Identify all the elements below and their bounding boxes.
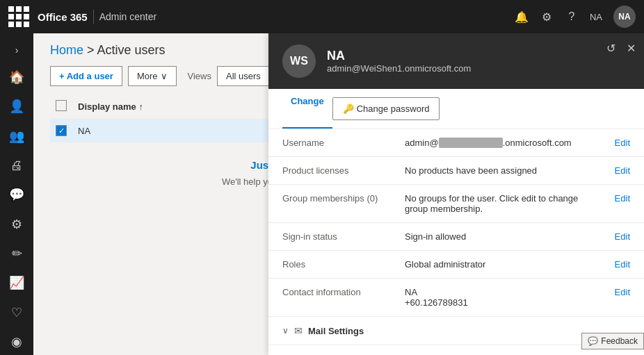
add-user-button[interactable]: + Add a user — [50, 66, 122, 86]
app-launcher-icon[interactable] — [8, 6, 29, 27]
username-prefix: admin@ — [405, 138, 439, 148]
views-dropdown[interactable]: All users — [217, 66, 270, 86]
mail-settings-chevron-icon: ∨ — [282, 326, 289, 336]
topbar-na-label: NA — [590, 12, 602, 22]
signin-status-edit-link[interactable]: Edit — [615, 231, 630, 242]
change-password-button[interactable]: 🔑 Change password — [332, 97, 440, 120]
topbar: Office 365 Admin center 🔔 ⚙ ? NA NA — [0, 0, 644, 33]
roles-value: Global administrator — [405, 259, 604, 270]
panel-user-info: NA admin@WeiShen1.onmicrosoft.com — [327, 49, 471, 74]
topbar-brand: Office 365 Admin center — [38, 10, 156, 24]
username-label: Username — [282, 138, 394, 148]
views-label: Views — [188, 71, 211, 81]
panel-header: WS NA admin@WeiShen1.onmicrosoft.com ↺ ✕ — [268, 33, 644, 89]
panel-close-area: ↺ ✕ — [606, 42, 636, 55]
group-memberships-value: No groups for the user. Click edit to ch… — [405, 193, 604, 214]
signin-status-label: Sign-in status — [282, 231, 394, 242]
panel-refresh-button[interactable]: ↺ — [606, 42, 615, 55]
sidebar-item-billing[interactable]: 🖨 — [3, 152, 31, 179]
more-label: More — [137, 71, 158, 81]
username-value: admin@██████████.onmicrosoft.com — [405, 138, 604, 148]
office365-label: Office 365 — [38, 11, 88, 23]
feedback-button[interactable]: 💬 Feedback — [581, 333, 644, 349]
col-checkbox — [50, 94, 72, 119]
detail-panel: WS NA admin@WeiShen1.onmicrosoft.com ↺ ✕… — [268, 33, 644, 355]
group-memberships-label: Group memberships (0) — [282, 193, 394, 204]
user-avatar[interactable]: NA — [613, 6, 636, 28]
gear-icon[interactable]: ⚙ — [540, 10, 554, 24]
bell-icon[interactable]: 🔔 — [515, 10, 529, 24]
breadcrumb-separator: > — [87, 43, 97, 57]
sidebar-item-reports[interactable]: ✏ — [3, 240, 31, 267]
username-edit-link[interactable]: Edit — [615, 138, 630, 148]
mail-settings-label: Mail Settings — [308, 326, 364, 336]
more-button[interactable]: More ∨ — [128, 66, 177, 86]
breadcrumb-current: Active users — [97, 43, 166, 57]
group-memberships-edit-link[interactable]: Edit — [615, 193, 630, 204]
sidebar: › 🏠 👤 👥 🖨 💬 ⚙ ✏ 📈 ♡ ◉ — [0, 33, 33, 355]
row-checkbox[interactable]: ✓ — [56, 125, 67, 136]
breadcrumb-home[interactable]: Home — [50, 43, 83, 57]
panel-body: Username admin@██████████.onmicrosoft.co… — [268, 129, 644, 355]
roles-row: Roles Global administrator Edit — [268, 251, 644, 279]
panel-user-name: NA — [327, 49, 471, 63]
feedback-icon: 💬 — [588, 336, 598, 346]
topbar-icons: 🔔 ⚙ ? NA NA — [515, 6, 636, 28]
contact-info-label: Contact information — [282, 287, 394, 297]
more-chevron-icon: ∨ — [161, 71, 168, 81]
product-licenses-label: Product licenses — [282, 165, 394, 176]
sidebar-toggle[interactable]: › — [10, 39, 24, 61]
contact-phone: +60.126789831 — [405, 297, 604, 308]
sidebar-item-favorite[interactable]: ♡ — [3, 299, 31, 325]
username-row: Username admin@██████████.onmicrosoft.co… — [268, 129, 644, 157]
product-licenses-row: Product licenses No products have been a… — [268, 157, 644, 185]
product-licenses-edit-link[interactable]: Edit — [615, 165, 630, 176]
topbar-divider — [93, 10, 94, 24]
contact-info-value: NA +60.126789831 — [405, 287, 604, 308]
sidebar-item-admin[interactable]: ◉ — [3, 329, 31, 355]
sort-asc-icon: ↑ — [138, 101, 143, 112]
select-all-checkbox[interactable] — [56, 100, 67, 111]
group-memberships-row: Group memberships (0) No groups for the … — [268, 185, 644, 223]
sidebar-item-home[interactable]: 🏠 — [3, 64, 31, 90]
contact-name: NA — [405, 287, 604, 297]
content-area: Home > Active users + Add a user More ∨ … — [33, 33, 644, 355]
panel-avatar: WS — [282, 44, 316, 78]
mail-settings-envelope-icon: ✉ — [294, 325, 303, 336]
roles-label: Roles — [282, 259, 394, 270]
sidebar-item-health[interactable]: 📈 — [3, 270, 31, 296]
sidebar-item-groups[interactable]: 👥 — [3, 123, 31, 149]
tab-change[interactable]: Change — [282, 89, 332, 129]
main-layout: › 🏠 👤 👥 🖨 💬 ⚙ ✏ 📈 ♡ ◉ Home > Active user… — [0, 33, 644, 355]
help-icon[interactable]: ? — [565, 10, 579, 23]
username-blurred: ██████████ — [439, 138, 503, 148]
signin-status-value: Sign-in allowed — [405, 231, 604, 242]
sidebar-item-users[interactable]: 👤 — [3, 93, 31, 119]
contact-info-row: Contact information NA +60.126789831 Edi… — [268, 279, 644, 317]
sidebar-item-support[interactable]: 💬 — [3, 181, 31, 208]
panel-user-email: admin@WeiShen1.onmicrosoft.com — [327, 63, 471, 74]
row-checkbox-cell[interactable]: ✓ — [50, 119, 72, 142]
username-suffix: .onmicrosoft.com — [503, 138, 572, 148]
key-icon: 🔑 — [343, 104, 354, 114]
signin-status-row: Sign-in status Sign-in allowed Edit — [268, 223, 644, 251]
roles-edit-link[interactable]: Edit — [615, 259, 630, 270]
contact-info-edit-link[interactable]: Edit — [615, 287, 630, 297]
feedback-label: Feedback — [601, 336, 638, 346]
sidebar-item-settings[interactable]: ⚙ — [3, 210, 31, 237]
admin-center-label: Admin center — [99, 11, 156, 22]
panel-close-button[interactable]: ✕ — [627, 42, 636, 55]
product-licenses-value: No products have been assigned — [405, 165, 604, 176]
panel-tabs: Change 🔑 Change password — [268, 89, 644, 129]
change-password-label: Change password — [357, 104, 430, 114]
